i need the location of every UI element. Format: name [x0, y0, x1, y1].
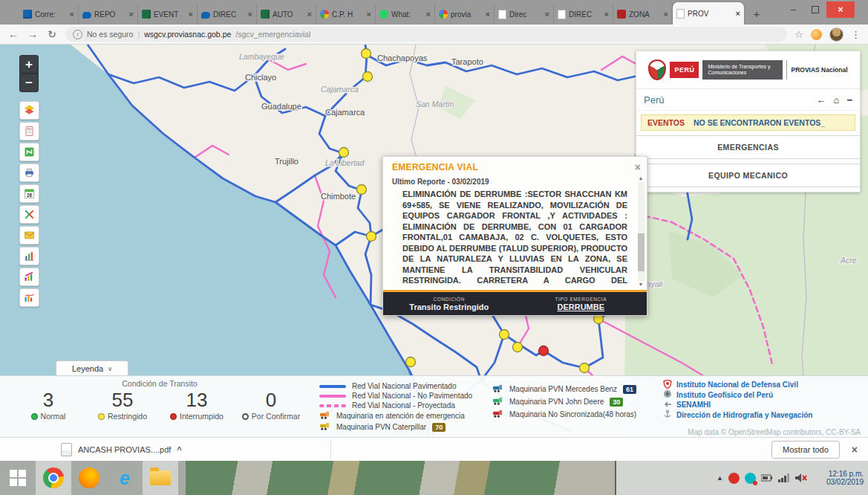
address-bar[interactable]: i No es seguro | wsgcv.proviasnac.gob.pe… [65, 27, 787, 42]
institution-link[interactable]: Dirección de Hidrografía y Navegación [663, 410, 864, 421]
event-marker-restringido[interactable] [339, 148, 349, 158]
tab-label: Direc [509, 10, 542, 19]
mail-tool-button[interactable] [19, 226, 39, 245]
tab-close-icon[interactable]: × [367, 10, 371, 19]
chart-rise-icon [23, 271, 36, 282]
map-attribution: Map data © OpenStreetMap contributors, C… [688, 428, 861, 436]
calendar-tool-button[interactable]: 26 [19, 184, 39, 203]
senamhi-icon [663, 400, 672, 410]
taskbar-firefox-button[interactable] [71, 461, 107, 495]
hidden-icons-caret-icon[interactable]: ▲ [717, 474, 723, 482]
scroll-down-icon[interactable]: ▼ [639, 281, 644, 288]
network-tool-button[interactable] [19, 205, 39, 224]
download-item[interactable]: ANCASH PROVIAS....pdf ^ [61, 443, 182, 456]
eventos-label: EVENTOS [647, 118, 685, 127]
panel-collapse-icon[interactable]: − [846, 94, 852, 106]
download-bar-close-icon[interactable]: × [852, 444, 858, 456]
event-marker-restringido[interactable] [580, 363, 590, 373]
volume-muted-icon[interactable] [795, 473, 807, 482]
panel-home-icon[interactable]: ⌂ [834, 94, 840, 106]
clock-time: 12:16 p.m. [815, 470, 864, 479]
map-label: Tarapoto [451, 57, 483, 66]
chart-rise-tool-button[interactable] [19, 268, 39, 286]
report-tool-button[interactable] [19, 122, 39, 140]
zoom-in-button[interactable]: + [19, 55, 39, 74]
event-marker-restringido[interactable] [363, 72, 373, 82]
network-signal-icon[interactable] [778, 473, 790, 482]
chart-mix-tool-button[interactable] [19, 288, 39, 307]
window-close-button[interactable]: × [826, 1, 855, 18]
svg-text:26: 26 [27, 192, 33, 198]
panel-back-icon[interactable]: ← [817, 94, 826, 106]
event-marker-restringido[interactable] [513, 343, 523, 352]
bookmark-star-icon[interactable]: ☆ [794, 29, 803, 40]
download-options-caret-icon[interactable]: ^ [177, 445, 181, 454]
tray-app-red-icon[interactable] [728, 473, 740, 484]
window-minimize-button[interactable]: – [782, 1, 804, 18]
scroll-thumb[interactable] [638, 233, 645, 271]
tab-close-icon[interactable]: × [604, 10, 609, 19]
browser-tab[interactable]: EVENT× [138, 4, 198, 25]
tab-strip: Corre:×REPO×EVENT×DIREC×AUTO×C.P. H×What… [0, 0, 868, 25]
back-icon[interactable]: ← [7, 28, 19, 40]
browser-tab[interactable]: AUTO× [257, 4, 316, 25]
scroll-up-icon[interactable]: ▲ [639, 175, 644, 182]
tab-close-icon[interactable]: × [736, 9, 740, 18]
count-badge: 70 [432, 423, 446, 432]
battery-icon[interactable] [761, 473, 773, 482]
tab-close-icon[interactable]: × [248, 10, 252, 19]
taskbar-chrome-button[interactable] [36, 461, 71, 495]
print-tool-button[interactable] [19, 164, 39, 182]
reload-icon[interactable]: ↻ [46, 28, 58, 40]
event-marker-restringido[interactable] [362, 49, 371, 59]
popup-close-icon[interactable]: × [635, 161, 641, 173]
tab-close-icon[interactable]: × [189, 10, 193, 19]
tab-close-icon[interactable]: × [129, 10, 134, 19]
taskbar-ie-button[interactable]: e [107, 461, 143, 495]
browser-tab[interactable]: C.P. H× [316, 4, 376, 25]
taskbar-clock[interactable]: 12:16 p.m. 03/02/2019 [815, 470, 864, 487]
new-tab-button[interactable]: + [747, 4, 766, 23]
site-info-icon[interactable]: i [73, 30, 82, 39]
layers-tool-button[interactable] [19, 101, 39, 120]
tab-close-icon[interactable]: × [486, 10, 490, 19]
forward-icon[interactable]: → [27, 28, 39, 40]
tab-close-icon[interactable]: × [307, 10, 312, 19]
tab-close-icon[interactable]: × [545, 10, 549, 19]
legend-toggle[interactable]: Leyenda ∨ [56, 360, 128, 376]
browser-tab[interactable]: Direc× [495, 4, 554, 25]
route-tool-button[interactable] [19, 143, 39, 161]
institution-link[interactable]: SENAMHI [663, 400, 864, 410]
profile-avatar[interactable] [829, 28, 843, 42]
tab-close-icon[interactable]: × [664, 10, 668, 19]
browser-tab[interactable]: Corre:× [19, 4, 79, 25]
event-marker-interrumpido[interactable] [539, 346, 549, 356]
event-marker-restringido[interactable] [500, 330, 509, 340]
browser-menu-icon[interactable]: ⋮ [851, 29, 861, 40]
taskbar-explorer-button[interactable] [143, 461, 178, 495]
browser-tab[interactable]: DIREC× [554, 4, 613, 25]
extension-icon[interactable] [811, 29, 822, 40]
institution-link[interactable]: Instituto Nacional de Defensa Civil [663, 380, 864, 390]
browser-tab[interactable]: DIREC× [198, 4, 257, 25]
browser-tab[interactable]: provia× [435, 4, 495, 25]
window-maximize-button[interactable] [804, 1, 826, 18]
browser-tab[interactable]: What:× [376, 4, 435, 25]
event-marker-restringido[interactable] [367, 232, 376, 242]
institution-link[interactable]: Instituto Geofísico del Perú [663, 390, 864, 401]
popup-scrollbar[interactable]: ▲ ▼ [636, 175, 645, 288]
chart-bar-tool-button[interactable] [19, 247, 39, 265]
browser-tab[interactable]: PROV× [673, 2, 744, 25]
equipo-mecanico-button[interactable]: EQUIPO MECANICO [636, 164, 860, 187]
show-all-downloads-button[interactable]: Mostrar todo [771, 441, 840, 459]
tray-app-teal-icon[interactable] [745, 473, 756, 484]
tab-close-icon[interactable]: × [70, 10, 74, 19]
browser-tab[interactable]: REPO× [79, 4, 138, 25]
browser-tab[interactable]: ZONA× [613, 4, 673, 25]
event-marker-restringido[interactable] [357, 185, 367, 195]
event-marker-restringido[interactable] [406, 358, 416, 367]
start-button[interactable] [0, 461, 36, 495]
emergencias-button[interactable]: EMERGENCIAS [636, 135, 860, 159]
tab-close-icon[interactable]: × [426, 10, 431, 19]
zoom-out-button[interactable]: − [19, 74, 39, 92]
